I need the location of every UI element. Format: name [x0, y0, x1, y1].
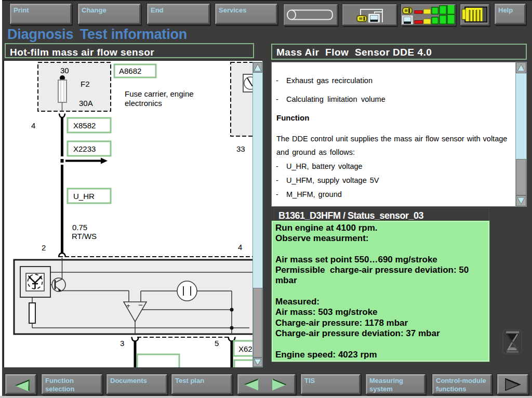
svg-text:X8582: X8582 — [73, 121, 96, 130]
svg-text:30: 30 — [60, 66, 69, 75]
svg-text:33: 33 — [236, 144, 245, 153]
svg-text:Fuse carrier, engine: Fuse carrier, engine — [125, 89, 194, 98]
svg-text:4: 4 — [31, 121, 35, 130]
svg-text:5: 5 — [215, 339, 219, 348]
svg-text:RT/WS: RT/WS — [72, 232, 97, 241]
svg-text:F2: F2 — [81, 79, 90, 88]
svg-text:U_HR: U_HR — [73, 192, 95, 201]
svg-text:4: 4 — [238, 243, 242, 251]
svg-text:3: 3 — [120, 339, 124, 348]
svg-text:A8682: A8682 — [119, 67, 141, 75]
svg-text:0.75: 0.75 — [72, 223, 87, 232]
svg-text:X62: X62 — [238, 344, 252, 353]
svg-text:30A: 30A — [79, 99, 93, 108]
svg-text:2: 2 — [42, 243, 46, 252]
svg-text:X2233: X2233 — [73, 144, 96, 153]
svg-text:+: + — [126, 302, 130, 310]
svg-text:electronics: electronics — [125, 99, 162, 108]
